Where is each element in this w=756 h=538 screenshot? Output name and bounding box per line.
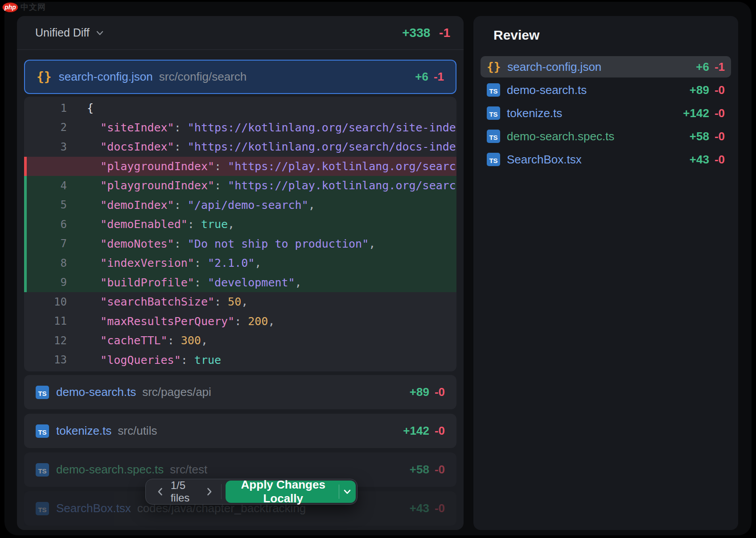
token-k: "playgroundIndex" [100,179,214,192]
token-b: true [194,354,221,367]
total-diff-stats: +338 -1 [402,26,450,40]
line-number: 8 [24,257,67,269]
line-number: 7 [24,237,67,250]
token-p: : [214,179,228,192]
review-title: Review [481,28,731,43]
token-s: "https://kotlinlang.org/search/site-inde… [188,121,456,134]
token-k: "cacheTTL" [100,334,168,347]
token-k: "playgroundIndex" [100,160,214,173]
additions-count: +58 [410,463,429,476]
diff-line-added: 7 "demoNotes": "Do not ship to productio… [24,234,456,254]
line-number: 10 [24,296,67,308]
phpcn-watermark: php 中文网 [3,2,46,12]
line-number: 2 [24,121,67,134]
file-name: SearchBox.tsx [507,153,582,167]
code-text: { [87,102,456,114]
line-number: 11 [24,315,67,327]
file-name: search-config.json [59,70,153,84]
token-k: "demoNotes" [100,237,174,250]
file-header-demo-search-ts[interactable]: TSdemo-search.tssrc/pages/api+89-0 [24,375,456,409]
deletions-count: -0 [715,130,725,143]
token-s: "Do not ship to production" [188,237,369,250]
token-k: "indexVersion" [100,257,194,269]
token-br: { [87,102,94,114]
file-diff-stats: +6-1 [696,60,725,74]
apply-changes-label: Apply Changes Locally [226,478,339,505]
typescript-file-icon: TS [36,463,49,477]
token-p: : [181,354,194,367]
additions-count: +142 [683,106,709,120]
token-b: true [201,218,228,231]
previous-file-button[interactable] [153,481,168,502]
file-header-tokenize-ts[interactable]: TStokenize.tssrc/utils+142-0 [24,414,456,448]
next-file-button[interactable] [201,481,217,502]
file-path: src/utils [118,424,157,438]
token-k: "demoIndex" [100,199,174,212]
line-number: 9 [24,276,67,289]
code-text: "searchBatchSize": 50, [87,295,456,308]
diff-line: 3 "docsIndex": "https://kotlinlang.org/s… [24,137,456,157]
diff-panel-header: Unified Diff +338 -1 [17,16,464,50]
token-p: : [174,140,188,153]
token-p: : [214,160,228,173]
token-p: : [174,121,188,134]
token-p: : [174,199,188,212]
bar-divider [221,484,222,499]
php-logo: php [3,3,18,12]
token-p: , [268,315,275,328]
chevron-down-icon [95,28,105,38]
pagination-controls: 1/5 files [146,479,221,504]
total-deletions: -1 [439,26,450,40]
diff-line-added: 9 "buildProfile": "development", [24,273,456,293]
token-s: "https://kotlinlang.org/search/docs-inde… [188,140,456,153]
apply-changes-button[interactable]: Apply Changes Locally [226,481,356,503]
token-s: "https://play.kotlinlang.org/search/play… [228,160,456,173]
token-k: "demoEnabled" [100,218,188,231]
file-name: demo-search.ts [56,385,136,399]
additions-count: +43 [410,501,429,515]
token-p: : [234,315,248,328]
token-s: "https://play.kotlinlang.org/search/play… [228,179,456,192]
review-item-search-config-json[interactable]: {}search-config.json+6-1 [481,56,731,77]
view-mode-select[interactable]: Unified Diff [35,26,105,39]
code-text: "siteIndex": "https://kotlinlang.org/sea… [87,121,456,134]
typescript-file-icon: TS [36,424,49,438]
review-item-demo-search-ts[interactable]: TSdemo-search.ts+89-0 [481,79,731,101]
diff-line-added: 4 "playgroundIndex": "https://play.kotli… [24,176,456,196]
code-text: "playgroundIndex": "https://play.kotlinl… [87,179,456,192]
deletions-count: -0 [435,424,445,437]
chevron-left-icon [156,487,165,497]
file-diff-stats: +89-0 [690,83,725,97]
diff-line-removed: "playgroundIndex": "https://play.kotlinl… [24,157,456,176]
token-n: 50 [228,295,241,308]
diff-line-added: 6 "demoEnabled": true, [24,215,456,234]
token-k: "docsIndex" [100,140,174,153]
code-text: "cacheTTL": 300, [87,334,456,347]
line-number: 5 [24,199,67,211]
file-name: tokenize.ts [56,424,111,438]
line-number: 12 [24,334,67,347]
file-path: src/test [170,463,207,477]
diff-scroll-area[interactable]: {} search-config.json src/config/search … [17,50,464,530]
code-text: "demoNotes": "Do not ship to production"… [87,237,456,250]
apply-options-dropdown[interactable] [339,486,356,497]
token-p: , [308,199,315,212]
token-p: , [295,276,302,289]
file-name: demo-search.spec.ts [507,130,614,143]
token-n: 300 [181,334,201,347]
file-diff-stats: +58-0 [690,130,725,143]
file-name: search-config.json [507,60,601,74]
line-number: 13 [24,354,67,366]
typescript-file-icon: TS [36,386,49,399]
file-diff-stats: +43-0 [410,501,445,515]
file-header-search-config[interactable]: {} search-config.json src/config/search … [24,60,456,94]
review-item-SearchBox-tsx[interactable]: TSSearchBox.tsx+43-0 [481,149,731,170]
review-item-demo-search-spec-ts[interactable]: TSdemo-search.spec.ts+58-0 [481,126,731,147]
file-diff-stats: +142-0 [403,424,445,438]
review-item-tokenize-ts[interactable]: TStokenize.ts+142-0 [481,102,731,124]
deletions-count: -0 [715,106,725,120]
deletions-count: -0 [435,501,445,515]
deletions-count: -0 [435,463,445,476]
chevron-right-icon [204,487,214,497]
diff-line-added: 8 "indexVersion": "2.1.0", [24,253,456,273]
